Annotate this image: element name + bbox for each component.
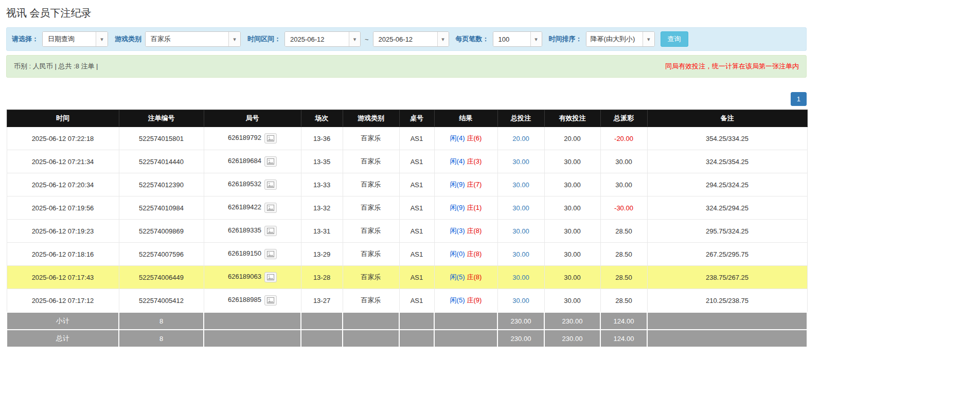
header-valid-bet: 有效投注 [544,110,600,127]
round-id-text: 626189532 [228,180,261,188]
game-type-select[interactable]: 百家乐 ▾ [145,31,241,47]
round-id-text: 626189422 [228,203,261,211]
cell-game-type: 百家乐 [343,289,399,313]
cell-bet-id: 522574007596 [119,243,204,266]
cell-time: 2025-06-12 07:21:34 [7,150,119,173]
result-banker: 庄(7) [467,181,482,188]
date-to-picker[interactable]: ▾ [373,31,449,47]
date-to-input[interactable] [373,32,437,46]
cell-game-type: 百家乐 [343,220,399,243]
cell-remark: 324.25/354.25 [647,150,807,173]
cell-session: 13-33 [301,173,343,196]
total-bet-link[interactable]: 30.00 [512,297,529,304]
cell-round-id: 626189335 [204,220,301,243]
result-player: 闲(9) [450,204,465,211]
subtotal-row: 小计 8 230.00 230.00 124.00 [7,312,807,330]
cell-round-id: 626189150 [204,243,301,266]
round-result-image-icon[interactable] [264,156,277,167]
cell-payout: -30.00 [600,196,647,220]
header-round-id: 局号 [204,110,301,127]
round-id-text: 626189335 [228,226,261,234]
cell-total-bet: 30.00 [497,150,544,173]
round-result-image-icon[interactable] [264,133,277,143]
chevron-down-icon[interactable]: ▾ [228,32,240,46]
table-header-row: 时间 注单编号 局号 场次 游戏类别 桌号 结果 总投注 有效投注 总派彩 备注 [7,110,807,127]
chevron-down-icon[interactable]: ▾ [530,32,542,46]
filter-bar: 请选择： 日期查询 ▾ 游戏类别 百家乐 ▾ 时间区间： ▾ ~ ▾ 每页笔数：… [6,27,807,51]
cell-valid-bet: 30.00 [544,173,600,196]
date-from-input[interactable] [285,32,349,46]
total-bet-link[interactable]: 30.00 [512,250,529,258]
total-bet-link[interactable]: 30.00 [512,158,529,166]
cell-total-bet: 30.00 [497,173,544,196]
total-bet-link[interactable]: 20.00 [512,135,529,142]
cell-game-type: 百家乐 [343,243,399,266]
chevron-down-icon[interactable]: ▾ [96,32,108,46]
round-result-image-icon[interactable] [264,226,277,236]
per-page-label: 每页笔数： [456,34,489,44]
query-type-value: 日期查询 [43,32,96,46]
cell-bet-id: 522574012390 [119,173,204,196]
result-player: 闲(5) [450,273,465,281]
total-bet-link[interactable]: 30.00 [512,204,529,212]
table-row: 2025-06-12 07:20:34 522574012390 6261895… [7,173,807,196]
header-bet-id: 注单编号 [119,110,204,127]
pagination: 1 [6,92,807,106]
total-bet-link[interactable]: 30.00 [512,227,529,235]
per-page-input[interactable] [493,32,530,46]
chevron-down-icon[interactable]: ▾ [437,32,449,46]
round-result-image-icon[interactable] [264,203,277,213]
game-type-label: 游戏类别 [115,34,141,44]
cell-session: 13-32 [301,196,343,220]
table-row: 2025-06-12 07:21:34 522574014440 6261896… [7,150,807,173]
cell-remark: 324.25/294.25 [647,196,807,220]
cell-valid-bet: 30.00 [544,289,600,313]
cell-table-no: AS1 [399,266,434,289]
cell-bet-id: 522574005412 [119,289,204,313]
result-banker: 庄(8) [467,273,482,281]
query-type-label: 请选择： [12,34,39,44]
total-bet-link[interactable]: 30.00 [512,181,529,189]
round-result-image-icon[interactable] [264,295,277,306]
header-table-no: 桌号 [399,110,434,127]
cell-session: 13-36 [301,127,343,150]
cell-payout: -20.00 [600,127,647,150]
cell-game-type: 百家乐 [343,150,399,173]
subtotal-label: 小计 [7,312,119,330]
table-row: 2025-06-12 07:22:18 522574015801 6261897… [7,127,807,150]
cell-round-id: 626189792 [204,127,301,150]
header-result: 结果 [434,110,497,127]
round-result-image-icon[interactable] [264,249,277,259]
cell-time: 2025-06-12 07:17:43 [7,266,119,289]
result-banker: 庄(8) [467,250,482,258]
chevron-down-icon[interactable]: ▾ [349,32,360,46]
bet-records-table: 时间 注单编号 局号 场次 游戏类别 桌号 结果 总投注 有效投注 总派彩 备注… [6,110,808,348]
round-id-text: 626189150 [228,249,261,257]
query-type-select[interactable]: 日期查询 ▾ [42,31,108,47]
time-sort-select[interactable]: 降幂(由大到小) ▾ [586,31,655,47]
grand-total-count: 8 [119,330,204,347]
grand-total-label: 总计 [7,330,119,347]
date-from-picker[interactable]: ▾ [284,31,361,47]
header-total-bet: 总投注 [497,110,544,127]
cell-remark: 354.25/334.25 [647,127,807,150]
chevron-down-icon[interactable]: ▾ [643,32,654,46]
cell-result: 闲(4)庄(3) [434,150,497,173]
round-result-image-icon[interactable] [264,272,277,282]
cell-payout: 28.50 [600,266,647,289]
page-1-button[interactable]: 1 [791,92,807,106]
total-bet-link[interactable]: 30.00 [512,274,529,281]
header-remark: 备注 [647,110,807,127]
subtotal-total-bet: 230.00 [497,312,544,330]
cell-table-no: AS1 [399,196,434,220]
round-result-image-icon[interactable] [264,179,277,190]
cell-game-type: 百家乐 [343,127,399,150]
per-page-select[interactable]: ▾ [493,31,542,47]
cell-bet-id: 522574010984 [119,196,204,220]
table-row: 2025-06-12 07:17:43 522574006449 6261890… [7,266,807,289]
cell-time: 2025-06-12 07:19:56 [7,196,119,220]
header-payout: 总派彩 [600,110,647,127]
search-button[interactable]: 查询 [661,31,688,47]
table-row: 2025-06-12 07:17:12 522574005412 6261889… [7,289,807,313]
round-id-text: 626188985 [228,296,261,303]
